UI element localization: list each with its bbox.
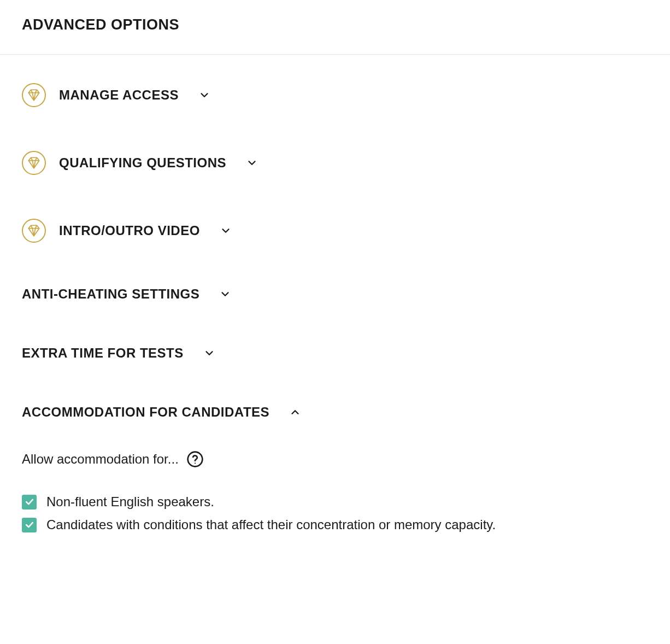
diamond-icon: [22, 83, 46, 107]
section-title: QUALIFYING QUESTIONS: [59, 155, 226, 171]
section-accommodation[interactable]: ACCOMMODATION FOR CANDIDATES: [22, 376, 648, 435]
checkbox-row-conditions: Candidates with conditions that affect t…: [22, 517, 648, 532]
accommodation-content: Allow accommodation for... Non-fluent En…: [22, 435, 648, 562]
section-title: ACCOMMODATION FOR CANDIDATES: [22, 405, 269, 420]
checkbox-row-non-fluent: Non-fluent English speakers.: [22, 494, 648, 510]
checkbox-non-fluent[interactable]: [22, 495, 37, 510]
section-title: ANTI-CHEATING SETTINGS: [22, 286, 199, 302]
chevron-down-icon: [246, 157, 258, 169]
chevron-down-icon: [220, 225, 232, 237]
section-qualifying-questions[interactable]: QUALIFYING QUESTIONS: [22, 122, 648, 190]
section-intro-outro-video[interactable]: INTRO/OUTRO VIDEO: [22, 190, 648, 258]
section-title: EXTRA TIME FOR TESTS: [22, 346, 184, 361]
section-title: MANAGE ACCESS: [59, 87, 179, 103]
chevron-down-icon: [198, 89, 210, 101]
chevron-down-icon: [219, 288, 231, 300]
svg-point-1: [195, 462, 196, 464]
checkbox-conditions[interactable]: [22, 518, 37, 532]
diamond-icon: [22, 151, 46, 175]
allow-label: Allow accommodation for...: [22, 452, 179, 467]
svg-point-0: [187, 452, 202, 467]
page-title: ADVANCED OPTIONS: [0, 0, 670, 55]
help-icon[interactable]: [186, 450, 204, 468]
allow-row: Allow accommodation for...: [22, 450, 648, 468]
section-extra-time[interactable]: EXTRA TIME FOR TESTS: [22, 317, 648, 376]
checkbox-label: Non-fluent English speakers.: [46, 494, 214, 510]
section-manage-access[interactable]: MANAGE ACCESS: [22, 55, 648, 122]
chevron-up-icon: [289, 406, 301, 418]
checkbox-label: Candidates with conditions that affect t…: [46, 517, 496, 532]
section-title: INTRO/OUTRO VIDEO: [59, 223, 200, 238]
diamond-icon: [22, 219, 46, 243]
chevron-down-icon: [203, 347, 215, 359]
section-anti-cheating[interactable]: ANTI-CHEATING SETTINGS: [22, 258, 648, 317]
sections-container: MANAGE ACCESS QUALIFYING QUESTIONS: [0, 55, 670, 562]
